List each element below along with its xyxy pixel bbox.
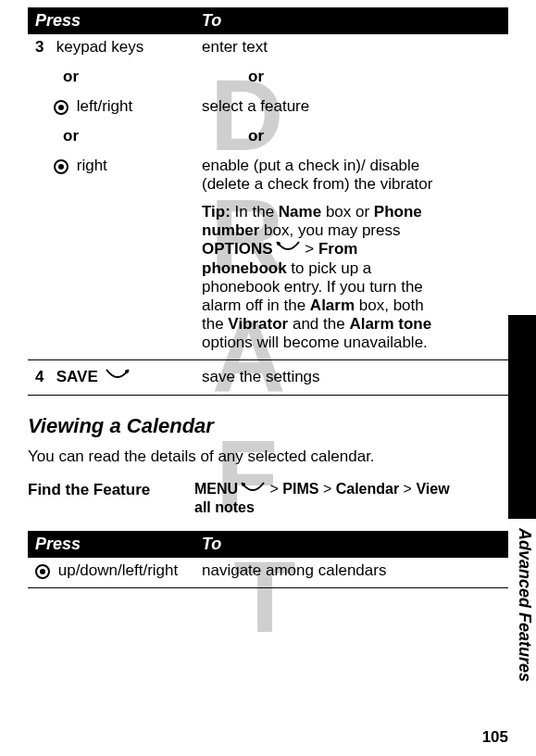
table1-header-press: Press (35, 11, 202, 31)
name-box-label: Name (279, 203, 321, 220)
table1-row2: left/right select a feature (28, 94, 508, 120)
find-feature-path: MENU > PIMS > Calendar > View all notes (194, 481, 508, 516)
table1-row4: 4 SAVE save the settings (28, 364, 508, 391)
tip-label: Tip: (202, 203, 231, 220)
vibrator-label: Vibrator (228, 315, 288, 333)
divider-table2 (28, 587, 508, 588)
nav-circle-icon (54, 100, 69, 115)
svg-point-1 (277, 242, 280, 246)
table1-row3: right enable (put a check in)/ disable (… (28, 153, 508, 356)
alarm-tone-label: Alarm tone (349, 315, 431, 333)
sep3: > (399, 481, 416, 497)
or-to-2: or (202, 127, 501, 145)
table2-header-to: To (202, 535, 501, 554)
or-press-1: or (35, 68, 202, 86)
table1-or-row2: or or (28, 120, 508, 153)
svg-point-3 (242, 483, 245, 486)
table2-row1-press: up/down/left/right (35, 561, 202, 580)
section-heading: Viewing a Calendar (28, 414, 508, 438)
tip-text4: > (301, 240, 318, 258)
table1-row3-to: enable (put a check in)/ disable (delete… (202, 157, 501, 352)
section-body-text: You can read the details of any selected… (28, 447, 508, 466)
or-to-1: or (202, 68, 501, 86)
table2-row1: up/down/left/right navigate among calend… (28, 558, 508, 584)
updownleftright-text: up/down/left/right (58, 561, 178, 579)
sep1: > (266, 481, 282, 497)
table1-row4-to: save the settings (202, 368, 501, 387)
table1-row3-press: right (35, 157, 202, 352)
tip-block: Tip: In the Name box or Phone number box… (202, 203, 445, 352)
left-right-text: left/right (77, 97, 132, 115)
find-feature-row: Find the Feature MENU > PIMS > Calendar … (28, 481, 508, 516)
tip-text8: options will become unavailable. (202, 334, 428, 351)
softkey-icon (240, 481, 266, 499)
tip-text2: box or (321, 203, 374, 220)
alarm-label: Alarm (310, 296, 355, 314)
softkey-icon (275, 240, 301, 259)
step-number-3: 3 (35, 38, 52, 57)
softkey-icon (105, 368, 131, 387)
divider-row4 (28, 395, 508, 396)
keypad-keys-text: keypad keys (56, 38, 144, 56)
or-press-2: or (35, 127, 202, 145)
step-number-4: 4 (35, 368, 52, 386)
tip-text7: and the (288, 315, 349, 333)
nav-circle-icon (35, 564, 50, 579)
divider-row3 (28, 359, 508, 360)
table1-row1-press: 3 keypad keys (35, 38, 202, 57)
calendar-label: Calendar (336, 481, 399, 497)
tip-text1: In the (231, 203, 279, 220)
table2-header: Press To (28, 531, 508, 558)
table2-row1-to: navigate among calendars (202, 561, 501, 580)
table1-row1-to: enter text (202, 38, 501, 57)
tip-text3: box, you may press (259, 221, 400, 239)
pims-label: PIMS (282, 481, 318, 497)
save-label: SAVE (56, 368, 98, 385)
table1-header-to: To (202, 11, 501, 31)
table1-or-row1: or or (28, 60, 508, 94)
table1-header: Press To (28, 7, 508, 34)
table1-row2-press: left/right (35, 97, 202, 116)
row3-to-text: enable (put a check in)/ disable (delete… (202, 157, 432, 193)
sep2: > (318, 481, 335, 497)
menu-label: MENU (194, 481, 238, 497)
page-content: Press To 3 keypad keys enter text or or … (0, 0, 536, 601)
svg-point-2 (125, 370, 129, 373)
table1-row2-to: select a feature (202, 97, 501, 116)
table2-header-press: Press (35, 535, 202, 554)
find-feature-label: Find the Feature (28, 481, 194, 516)
options-label: OPTIONS (202, 240, 273, 258)
nav-circle-icon (54, 159, 69, 174)
page-number: 105 (482, 728, 508, 747)
table1-row4-press: 4 SAVE (35, 368, 202, 387)
table1-row1: 3 keypad keys enter text (28, 34, 508, 60)
right-text: right (77, 157, 107, 174)
